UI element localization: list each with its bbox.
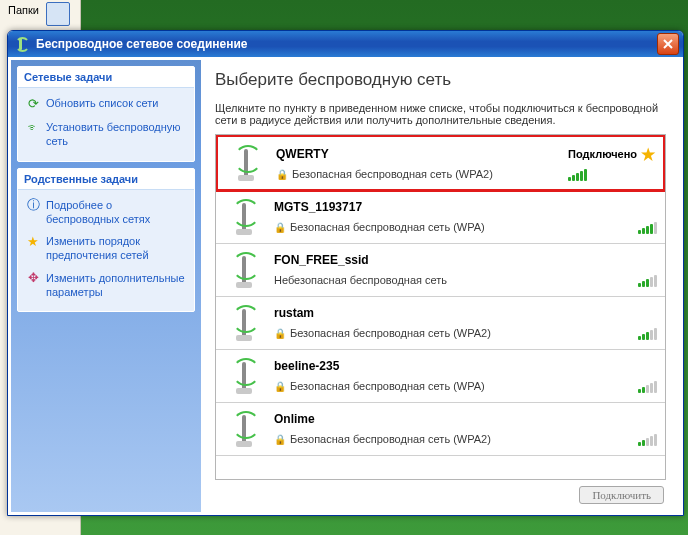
signal-strength-icon: [638, 273, 657, 287]
sidebar: Сетевые задачи ⟳ Обновить список сети ᯤ …: [11, 60, 201, 512]
main-heading: Выберите беспроводную сеть: [215, 70, 666, 90]
signal-antenna-icon: [224, 197, 264, 237]
task-advanced-settings[interactable]: ✥ Изменить дополнительные параметры: [22, 267, 190, 304]
task-change-order[interactable]: ★ Изменить порядок предпочтения сетей: [22, 230, 190, 267]
signal-antenna-icon: [224, 356, 264, 396]
wireless-icon: [14, 36, 30, 52]
signal-antenna-icon: [224, 303, 264, 343]
network-security: 🔒Безопасная беспроводная сеть (WPA2): [276, 168, 562, 180]
network-security: 🔒Безопасная беспроводная сеть (WPA): [274, 221, 632, 233]
network-status: Подключено★: [568, 145, 655, 164]
folders-label: Папки: [8, 4, 39, 16]
window-title: Беспроводное сетевое соединение: [36, 37, 248, 51]
signal-strength-icon: [568, 167, 655, 181]
gear-icon: ✥: [24, 271, 42, 287]
connect-button[interactable]: Подключить: [579, 486, 664, 504]
lock-icon: 🔒: [274, 434, 286, 445]
signal-strength-icon: [638, 379, 657, 393]
task-label: Установить беспроводную сеть: [46, 120, 188, 149]
titlebar: Беспроводное сетевое соединение: [8, 31, 683, 57]
footer: Подключить: [215, 480, 666, 504]
task-refresh-network-list[interactable]: ⟳ Обновить список сети: [22, 92, 190, 116]
network-security: 🔒Безопасная беспроводная сеть (WPA): [274, 380, 632, 392]
network-name: FON_FREE_ssid: [274, 253, 632, 267]
info-icon: ⓘ: [24, 198, 42, 214]
network-item[interactable]: FON_FREE_ssidНебезопасная беспроводная с…: [216, 244, 665, 297]
refresh-icon: ⟳: [24, 96, 42, 112]
network-item[interactable]: rustam🔒Безопасная беспроводная сеть (WPA…: [216, 297, 665, 350]
task-learn-wireless[interactable]: ⓘ Подробнее о беспроводных сетях: [22, 194, 190, 231]
task-label: Изменить дополнительные параметры: [46, 271, 188, 300]
related-tasks-heading: Родственные задачи: [18, 169, 194, 190]
signal-antenna-icon: [224, 409, 264, 449]
network-name: MGTS_1193717: [274, 200, 632, 214]
favorite-star-icon: ★: [641, 145, 655, 164]
network-name: QWERTY: [276, 147, 562, 161]
task-label: Изменить порядок предпочтения сетей: [46, 234, 188, 263]
lock-icon: 🔒: [274, 381, 286, 392]
task-setup-wireless[interactable]: ᯤ Установить беспроводную сеть: [22, 116, 190, 153]
network-security: 🔒Безопасная беспроводная сеть (WPA2): [274, 433, 632, 445]
close-icon: [663, 39, 673, 49]
lock-icon: 🔒: [276, 169, 288, 180]
signal-strength-icon: [638, 326, 657, 340]
main-hint: Щелкните по пункту в приведенном ниже сп…: [215, 102, 666, 126]
main-panel: Выберите беспроводную сеть Щелкните по п…: [201, 60, 680, 512]
star-icon: ★: [24, 234, 42, 250]
network-tasks-heading: Сетевые задачи: [18, 67, 194, 88]
network-name: Onlime: [274, 412, 632, 426]
signal-strength-icon: [638, 432, 657, 446]
task-label: Обновить список сети: [46, 96, 188, 110]
network-security: Небезопасная беспроводная сеть: [274, 274, 632, 286]
task-label: Подробнее о беспроводных сетях: [46, 198, 188, 227]
network-item[interactable]: Onlime🔒Безопасная беспроводная сеть (WPA…: [216, 403, 665, 456]
signal-strength-icon: [638, 220, 657, 234]
signal-antenna-icon: [224, 250, 264, 290]
close-button[interactable]: [657, 33, 679, 55]
lock-icon: 🔒: [274, 328, 286, 339]
network-tasks-panel: Сетевые задачи ⟳ Обновить список сети ᯤ …: [17, 66, 195, 162]
lock-icon: 🔒: [274, 222, 286, 233]
antenna-icon: ᯤ: [24, 120, 42, 136]
network-list[interactable]: QWERTYПодключено★🔒Безопасная беспроводна…: [215, 134, 666, 480]
network-item[interactable]: MGTS_1193717🔒Безопасная беспроводная сет…: [216, 191, 665, 244]
network-security: 🔒Безопасная беспроводная сеть (WPA2): [274, 327, 632, 339]
views-icon[interactable]: [46, 2, 70, 26]
wireless-window: Беспроводное сетевое соединение Сетевые …: [7, 30, 684, 516]
network-name: rustam: [274, 306, 632, 320]
signal-antenna-icon: [226, 143, 266, 183]
network-name: beeline-235: [274, 359, 632, 373]
network-item[interactable]: beeline-235🔒Безопасная беспроводная сеть…: [216, 350, 665, 403]
related-tasks-panel: Родственные задачи ⓘ Подробнее о беспров…: [17, 168, 195, 313]
network-item[interactable]: QWERTYПодключено★🔒Безопасная беспроводна…: [215, 134, 666, 192]
